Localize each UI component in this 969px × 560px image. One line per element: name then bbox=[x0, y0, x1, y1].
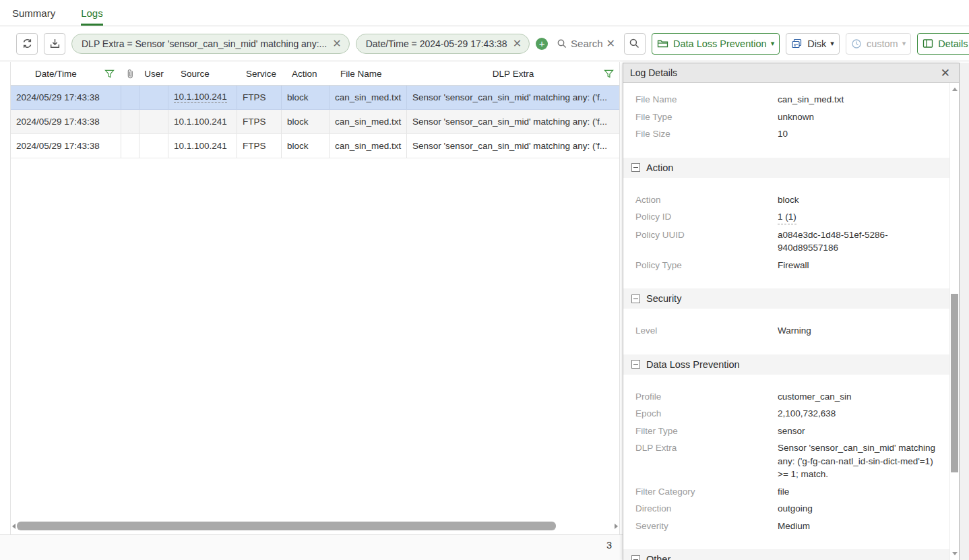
panel-section-header: Action bbox=[623, 158, 949, 178]
horizontal-scroll-thumb[interactable] bbox=[17, 522, 556, 530]
field-value: a084e3dc-1d48-51ef-5286-940d89557186 bbox=[778, 228, 946, 255]
collapse-section-icon[interactable] bbox=[631, 163, 640, 172]
cell-user bbox=[139, 110, 168, 133]
cell-source[interactable]: 10.1.100.241 bbox=[168, 134, 237, 158]
column-header-dlp-extra[interactable]: DLP Extra bbox=[407, 62, 619, 85]
cell-datetime: 2024/05/29 17:43:38 bbox=[11, 86, 121, 109]
log-type-dropdown[interactable]: Data Loss Prevention ▾ bbox=[652, 33, 780, 55]
scroll-right-arrow-icon[interactable] bbox=[613, 522, 619, 530]
log-type-label: Data Loss Prevention bbox=[673, 38, 767, 49]
column-header-source[interactable]: Source bbox=[168, 62, 237, 85]
search-input[interactable]: Search ✕ bbox=[554, 37, 618, 50]
remove-filter-icon[interactable]: ✕ bbox=[332, 38, 341, 49]
details-toggle-button[interactable]: Details bbox=[917, 33, 969, 55]
column-header-service[interactable]: Service bbox=[237, 62, 282, 85]
refresh-icon bbox=[22, 38, 33, 49]
field-value: 10 bbox=[778, 127, 946, 141]
time-range-label: custom bbox=[867, 38, 898, 49]
cell-attachment bbox=[121, 134, 139, 158]
cell-action: block bbox=[282, 86, 330, 109]
collapse-section-icon[interactable] bbox=[631, 360, 640, 369]
panel-field-group: File Name can_sin_med.txt File Type unkn… bbox=[623, 83, 949, 158]
cell-service: FTPS bbox=[237, 86, 282, 109]
field-label: Profile bbox=[635, 390, 778, 404]
panel-field-row: Action block bbox=[623, 191, 949, 209]
field-value: sensor bbox=[778, 425, 946, 438]
add-filter-button[interactable]: + bbox=[536, 38, 548, 50]
column-header-user[interactable]: User bbox=[139, 62, 168, 85]
field-value: file bbox=[778, 485, 946, 499]
field-value: can_sin_med.txt bbox=[778, 93, 946, 106]
table-row[interactable]: 2024/05/29 17:43:38 10.1.100.241 FTPS bl… bbox=[11, 134, 619, 158]
refresh-button[interactable] bbox=[16, 33, 38, 55]
field-value: Medium bbox=[778, 520, 946, 533]
collapse-section-icon[interactable] bbox=[631, 294, 640, 303]
filter-chip-dlp-extra[interactable]: DLP Extra = Sensor 'sensor_can_sin_mid' … bbox=[71, 34, 350, 54]
run-search-button[interactable] bbox=[624, 33, 646, 55]
vertical-scroll-thumb[interactable] bbox=[951, 294, 958, 472]
folder-icon bbox=[657, 38, 668, 49]
cell-source[interactable]: 10.1.100.241 bbox=[168, 110, 237, 133]
panel-field-row: Level Warning bbox=[623, 322, 949, 340]
scroll-up-arrow-icon[interactable] bbox=[952, 88, 958, 91]
cell-filename: can_sin_med.txt bbox=[330, 134, 407, 158]
panel-title: Log Details bbox=[630, 67, 677, 78]
tab-summary[interactable]: Summary bbox=[12, 0, 55, 26]
panel-vertical-scrollbar[interactable] bbox=[949, 83, 959, 560]
panel-field-row: Direction outgoing bbox=[623, 500, 949, 518]
download-icon bbox=[49, 38, 61, 49]
download-button[interactable] bbox=[44, 33, 65, 55]
cell-service: FTPS bbox=[237, 110, 282, 133]
cell-filename: can_sin_med.txt bbox=[330, 86, 407, 109]
tab-logs[interactable]: Logs bbox=[81, 0, 103, 26]
panel-content: File Name can_sin_med.txt File Type unkn… bbox=[623, 83, 949, 560]
cell-attachment bbox=[121, 86, 139, 109]
field-label: File Type bbox=[635, 111, 778, 124]
paperclip-icon bbox=[126, 69, 135, 79]
panel-field-group: Level Warning bbox=[623, 309, 949, 354]
panel-field-row: File Name can_sin_med.txt bbox=[623, 91, 949, 108]
filter-chip-datetime[interactable]: Date/Time = 2024-05-29 17:43:38 ✕ bbox=[356, 34, 530, 54]
table-row[interactable]: 2024/05/29 17:43:38 10.1.100.241 FTPS bl… bbox=[11, 110, 619, 134]
panel-field-row: Policy UUID a084e3dc-1d48-51ef-5286-940d… bbox=[623, 226, 949, 257]
page-number: 3 bbox=[606, 540, 612, 551]
section-title: Action bbox=[646, 162, 673, 173]
table-row[interactable]: 2024/05/29 17:43:38 10.1.100.241 FTPS bl… bbox=[11, 86, 619, 110]
close-icon[interactable]: ✕ bbox=[939, 67, 952, 79]
scroll-left-arrow-icon[interactable] bbox=[11, 522, 17, 530]
cell-user bbox=[139, 134, 168, 158]
active-filter-funnel-icon[interactable] bbox=[604, 69, 614, 79]
panel-field-row: Profile customer_can_sin bbox=[623, 388, 949, 406]
column-header-action[interactable]: Action bbox=[282, 62, 330, 85]
time-range-dropdown[interactable]: custom ▾ bbox=[846, 33, 911, 55]
panel-field-row: Policy Type Firewall bbox=[623, 257, 949, 274]
remove-filter-icon[interactable]: ✕ bbox=[513, 38, 522, 49]
field-label: Policy ID bbox=[635, 210, 778, 224]
cell-action: block bbox=[282, 134, 330, 158]
table-header-row: Date/Time User Source bbox=[11, 62, 619, 86]
scroll-down-arrow-icon[interactable] bbox=[952, 552, 958, 555]
collapse-section-icon[interactable] bbox=[631, 555, 640, 560]
active-filter-funnel-icon[interactable] bbox=[104, 69, 115, 79]
cell-dlp-extra: Sensor 'sensor_can_sin_mid' matching any… bbox=[407, 134, 619, 158]
cell-source[interactable]: 10.1.100.241 bbox=[168, 86, 237, 109]
horizontal-scroll-track[interactable] bbox=[17, 522, 613, 530]
page-gutter bbox=[960, 63, 969, 560]
panel-field-row: Filter Category file bbox=[623, 483, 949, 501]
view-tabs: Summary Logs bbox=[0, 0, 969, 26]
panel-section-header: Security bbox=[623, 288, 949, 309]
column-header-datetime[interactable]: Date/Time bbox=[11, 62, 121, 85]
field-value[interactable]: 1 (1) bbox=[778, 210, 796, 224]
horizontal-scrollbar[interactable] bbox=[11, 520, 619, 532]
field-label: Severity bbox=[635, 520, 778, 533]
field-value: block bbox=[778, 193, 946, 207]
filter-chip-label: DLP Extra = Sensor 'sensor_can_sin_mid' … bbox=[82, 38, 327, 49]
cell-dlp-extra: Sensor 'sensor_can_sin_mid' matching any… bbox=[407, 86, 619, 109]
panel-field-row: Severity Medium bbox=[623, 518, 949, 535]
device-dropdown[interactable]: Disk ▾ bbox=[786, 33, 840, 55]
column-header-attachment[interactable] bbox=[121, 62, 139, 85]
column-header-filename[interactable]: File Name bbox=[330, 62, 407, 85]
clear-search-icon[interactable]: ✕ bbox=[606, 37, 615, 50]
panel-field-row: Epoch 2,100,732,638 bbox=[623, 405, 949, 423]
cell-service: FTPS bbox=[237, 134, 282, 158]
